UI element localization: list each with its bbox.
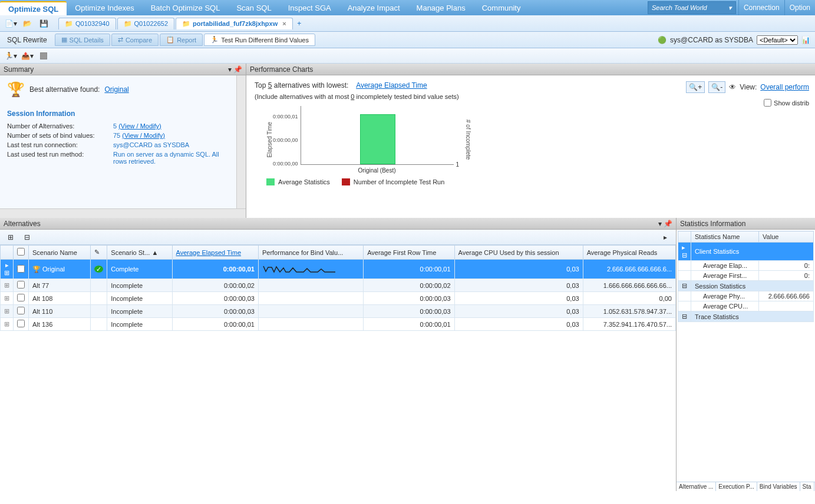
summary-header: Summary ▾ 📌 xyxy=(0,64,246,75)
folder-icon: 📁 xyxy=(65,20,73,28)
connection-select[interactable]: <Default> xyxy=(757,35,798,45)
zoom-out-icon[interactable]: 🔍- xyxy=(708,81,725,93)
folder-icon: 📁 xyxy=(182,20,190,28)
doc-tab-2[interactable]: 📁 Q01022652 xyxy=(117,18,175,29)
chart-icon[interactable]: 📊 xyxy=(801,36,810,44)
scrollbar-vertical[interactable] xyxy=(236,75,246,208)
mini-toolbar: 🏃▾ 📤▾ xyxy=(0,48,815,64)
col-scenario-status[interactable]: Scenario St... ▲ xyxy=(107,246,172,260)
top-nav: Optimize SQL Optimize Indexes Batch Opti… xyxy=(0,0,815,15)
session-info-title: Session Information xyxy=(7,110,239,118)
row-checkbox[interactable] xyxy=(17,307,25,314)
doc-tab-3[interactable]: 📁 portabilidad_fuf7zk8jxhpxw × xyxy=(176,18,293,29)
stop-button[interactable] xyxy=(37,49,51,62)
details-icon: ▦ xyxy=(61,36,67,44)
stats-row[interactable]: Average First...0: xyxy=(678,271,814,281)
db-icon: 🟢 xyxy=(658,36,666,44)
col-reads[interactable]: Average Physical Reads xyxy=(583,246,675,260)
select-all-checkbox[interactable] xyxy=(17,248,25,256)
stats-row[interactable]: Average CPU... xyxy=(678,301,814,311)
metric-link[interactable]: Average Elapsed Time xyxy=(356,81,427,89)
tab-alternative[interactable]: Alternative ... xyxy=(677,482,716,491)
legend-swatch-green xyxy=(266,178,275,185)
nav-optimize-indexes[interactable]: Optimize Indexes xyxy=(67,0,142,15)
col-avg-elapsed[interactable]: Average Elapsed Time xyxy=(172,246,258,260)
include-n-input[interactable]: 0 xyxy=(351,93,354,100)
row-checkbox[interactable] xyxy=(17,320,25,327)
col-scenario-name[interactable]: Scenario Name xyxy=(29,246,91,260)
col-performance[interactable]: Performance for Bind Valu... xyxy=(258,246,363,260)
charts-header: Performance Charts xyxy=(246,64,815,75)
new-button[interactable]: 📄▾ xyxy=(4,17,18,30)
nav-analyze-impact[interactable]: Analyze Impact xyxy=(339,0,408,15)
nav-inspect-sga[interactable]: Inspect SGA xyxy=(280,0,339,15)
close-icon[interactable]: × xyxy=(282,20,286,27)
alternatives-grid: Scenario Name ✎ Scenario St... ▲ Average… xyxy=(0,245,676,331)
sql-rewrite-label[interactable]: SQL Rewrite xyxy=(0,34,54,47)
dropdown-icon[interactable]: ▾ 📌 xyxy=(658,220,672,228)
run-button[interactable]: 🏃▾ xyxy=(4,49,18,62)
tab-execution-plan[interactable]: Execution P... xyxy=(716,482,757,491)
best-alternative-link[interactable]: Original xyxy=(104,85,128,94)
table-row[interactable]: ⊞ Alt 108 Incomplete 0:00:00,03 0:00:00,… xyxy=(1,292,676,305)
collapse-all-button[interactable]: ⊟ xyxy=(20,231,34,244)
trophy-icon: 🏆 xyxy=(7,81,25,98)
nav-batch-optimize[interactable]: Batch Optimize SQL xyxy=(143,0,229,15)
stats-group-row[interactable]: ⊟Trace Statistics xyxy=(678,311,814,322)
export-button[interactable]: 📤▾ xyxy=(20,49,34,62)
search-input[interactable]: Search Toad World▾ xyxy=(648,1,736,14)
zoom-in-icon[interactable]: 🔍+ xyxy=(686,81,705,93)
show-distrib-checkbox[interactable] xyxy=(764,99,771,107)
dropdown-icon[interactable]: ▾ 📌 xyxy=(228,65,242,74)
performance-chart: Elapsed Time 0:00:00,01 0:00:00,00 0:00:… xyxy=(266,106,807,174)
doc-tab-1[interactable]: 📁 Q01032940 xyxy=(58,18,116,29)
nav-manage-plans[interactable]: Manage Plans xyxy=(408,0,474,15)
stats-group-row[interactable]: ⊟Session Statistics xyxy=(678,281,814,291)
view-label: View: xyxy=(740,83,757,91)
view-link[interactable]: Overall perform xyxy=(760,83,809,91)
add-tab-button[interactable]: + xyxy=(293,19,305,28)
more-button[interactable]: ▸ xyxy=(658,231,672,244)
folder-icon: 📁 xyxy=(124,20,132,28)
nav-optimize-sql[interactable]: Optimize SQL xyxy=(0,1,67,15)
connection-link[interactable]: Connection xyxy=(738,0,784,15)
save-button[interactable]: 💾 xyxy=(37,17,51,30)
toolbar: 📄▾ 📂 💾 📁 Q01032940 📁 Q01022652 📁 portabi… xyxy=(0,15,815,32)
table-row[interactable]: ⊞ Alt 77 Incomplete 0:00:00,02 0:00:00,0… xyxy=(1,279,676,292)
col-first-row[interactable]: Average First Row Time xyxy=(364,246,454,260)
options-link[interactable]: Option xyxy=(784,0,815,15)
connection-text: sys@CCARD as SYSDBA xyxy=(670,36,753,44)
view-modify-link[interactable]: (View / Modify) xyxy=(118,122,161,130)
alternatives-header: Alternatives ▾ 📌 xyxy=(0,218,676,230)
check-icon: ✓ xyxy=(94,266,103,273)
subtab-test-run[interactable]: 🏃Test Run Different Bind Values xyxy=(204,34,315,46)
table-row[interactable]: ⊞ Alt 136 Incomplete 0:00:00,01 0:00:00,… xyxy=(1,318,676,331)
legend-swatch-red xyxy=(342,178,350,185)
top-n-input[interactable]: 5 xyxy=(268,81,272,89)
table-row[interactable]: ▸ ⊞ 🏆 Original ✓ Complete 0:00:00,01 0:0… xyxy=(1,260,676,279)
open-button[interactable]: 📂 xyxy=(20,17,34,30)
nav-community[interactable]: Community xyxy=(474,0,529,15)
expand-all-button[interactable]: ⊞ xyxy=(4,231,18,244)
subtab-compare[interactable]: ⇄Compare xyxy=(111,34,159,46)
stats-row[interactable]: Average Phy...2.666.666.666 xyxy=(678,291,814,301)
view-icon: 👁 xyxy=(729,83,736,91)
nav-scan-sql[interactable]: Scan SQL xyxy=(228,0,279,15)
best-alternative-label: Best alternative found: xyxy=(29,85,100,94)
subtab-sql-details[interactable]: ▦SQL Details xyxy=(55,34,110,46)
scrollbar-horizontal[interactable] xyxy=(0,208,246,218)
col-cpu[interactable]: Average CPU Used by this session xyxy=(454,246,583,260)
table-row[interactable]: ⊞ Alt 110 Incomplete 0:00:00,03 0:00:00,… xyxy=(1,305,676,318)
subtab-report[interactable]: 📋Report xyxy=(160,34,203,46)
tab-statistics[interactable]: Sta xyxy=(800,482,814,491)
view-modify-link[interactable]: (View / Modify) xyxy=(122,132,165,139)
stats-row[interactable]: Average Elap...0: xyxy=(678,261,814,271)
compare-icon: ⇄ xyxy=(118,36,123,44)
row-checkbox[interactable] xyxy=(17,265,25,273)
search-dropdown-icon[interactable]: ▾ xyxy=(728,4,732,12)
row-checkbox[interactable] xyxy=(17,294,25,301)
stats-group-row[interactable]: ▸ ⊟Client Statistics xyxy=(678,243,814,261)
row-checkbox[interactable] xyxy=(17,281,25,289)
statistics-header: Statistics Information xyxy=(677,218,815,230)
tab-bind-variables[interactable]: Bind Variables xyxy=(757,482,800,491)
